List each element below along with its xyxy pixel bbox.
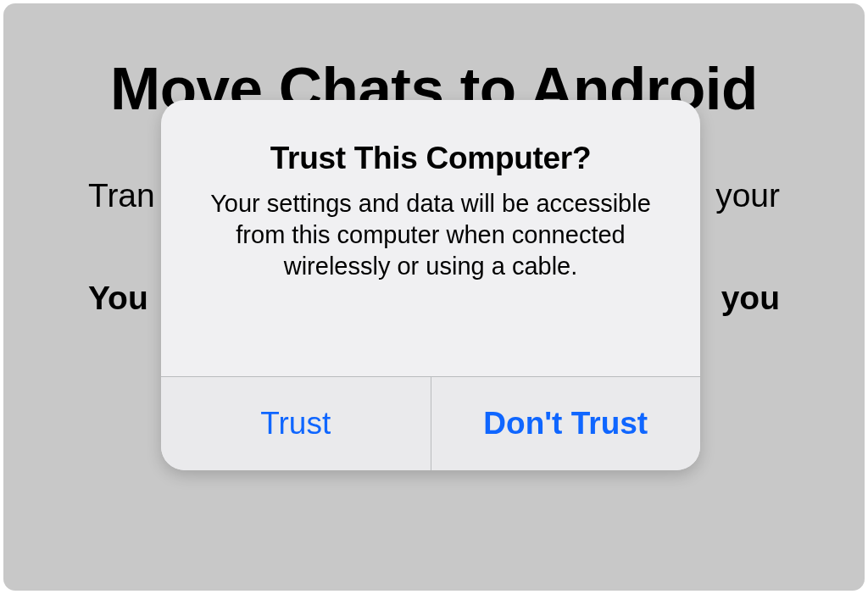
dialog-body: Trust This Computer? Your settings and d…: [161, 100, 700, 376]
dialog-message: Your settings and data will be accessibl…: [210, 188, 651, 282]
dont-trust-button[interactable]: Don't Trust: [431, 377, 701, 470]
trust-computer-dialog: Trust This Computer? Your settings and d…: [161, 100, 700, 470]
background-line-1-right: your: [715, 177, 780, 214]
screen-frame: Move Chats to Android Tran your You you …: [3, 3, 865, 591]
trust-button[interactable]: Trust: [161, 377, 431, 470]
background-line-2-left: You: [88, 280, 148, 317]
dialog-title: Trust This Computer?: [270, 141, 591, 176]
background-line-1-left: Tran: [88, 177, 155, 214]
background-line-2-right: you: [721, 280, 780, 317]
dialog-button-row: Trust Don't Trust: [161, 376, 700, 470]
